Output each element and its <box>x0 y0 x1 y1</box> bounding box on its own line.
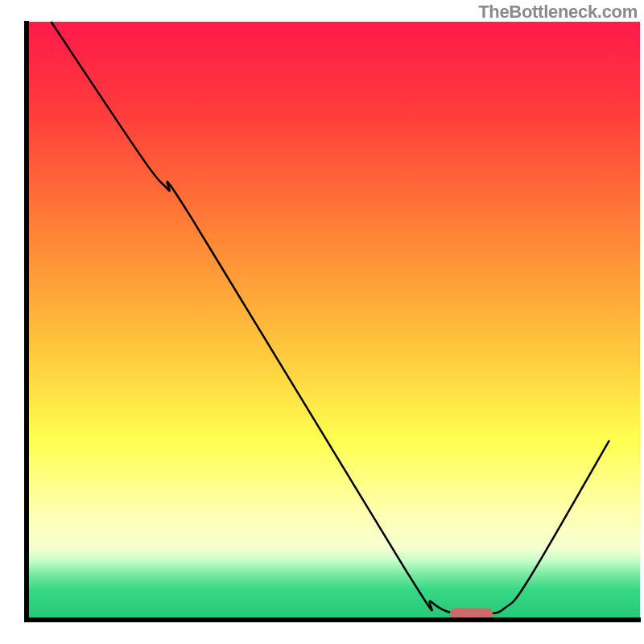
bottleneck-chart <box>0 0 644 644</box>
chart-background <box>27 22 640 620</box>
chart-container: TheBottleneck.com <box>0 0 644 644</box>
watermark-text: TheBottleneck.com <box>478 2 638 23</box>
